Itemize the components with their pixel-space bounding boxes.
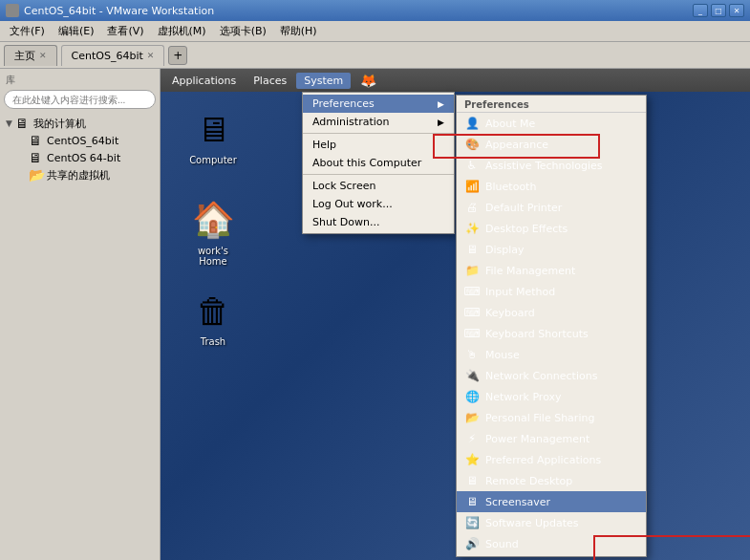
new-tab-button[interactable]: + [168,46,187,65]
menu-separator-2 [303,174,454,175]
keyboard-icon: ⌨ [464,305,480,320]
pref-file-management[interactable]: 📁 File Management [457,260,646,281]
pref-sound[interactable]: 🔊 Sound [457,533,646,554]
tab-bar: 主页 ✕ CentOS_64bit ✕ + [0,42,750,69]
tab-home[interactable]: 主页 ✕ [4,45,57,66]
pref-remote-desktop[interactable]: 🖥 Remote Desktop [457,470,646,491]
system-menu-dropdown: Preferences ▶ Preferences 👤 About Me 🎨 [302,92,455,234]
sound-icon: 🔊 [464,536,480,551]
pref-preferred-apps[interactable]: ⭐ Preferred Applications [457,449,646,470]
window-controls: _ □ ✕ [693,4,744,17]
desktop-icon-computer[interactable]: 🖥 Computer [180,102,246,170]
file-mgmt-icon: 📁 [464,263,480,278]
menu-file[interactable]: 文件(F) [4,22,51,40]
tree-item-shared[interactable]: 📂 共享的虚拟机 [17,166,156,183]
close-button[interactable]: ✕ [729,4,744,17]
pref-network-proxy[interactable]: 🌐 Network Proxy [457,386,646,407]
tab-home-label: 主页 [14,49,35,63]
pref-input-method[interactable]: ⌨ Input Method [457,281,646,302]
menu-item-administration[interactable]: Administration ▶ [303,113,454,131]
tab-centos-label: CentOS_64bit [72,50,143,62]
home-desktop-icon: 🏠 [190,197,236,243]
vm-small-icon-2: 🖥 [29,150,44,165]
sidebar-search[interactable] [4,90,156,109]
sidebar-tree: ▼ 🖥 我的计算机 🖥 CentOS_64bit 🖥 CentOS 64-bit [4,115,156,183]
menu-item-preferences[interactable]: Preferences ▶ Preferences 👤 About Me 🎨 [303,95,454,113]
pref-assistive-tech[interactable]: ♿ Assistive Technologies [457,155,646,176]
pref-screensaver[interactable]: 🖥 Screensaver [457,491,646,512]
menu-help[interactable]: 帮助(H) [274,22,323,40]
shared-icon: 📂 [29,167,44,183]
trash-icon-label: Trash [198,335,228,348]
tree-item-centos64bit[interactable]: 🖥 CentOS 64-bit [17,149,156,166]
tab-home-close[interactable]: ✕ [39,51,47,60]
sidebar: 库 ▼ 🖥 我的计算机 🖥 CentOS_64bit 🖥 CentOS 64-b… [0,69,161,560]
screensaver-icon: 🖥 [464,494,480,509]
computer-icon-label: Computer [186,154,240,166]
administration-arrow: ▶ [438,118,444,127]
software-updates-icon: 🔄 [464,515,480,530]
input-method-icon: ⌨ [464,284,480,299]
pref-appearance[interactable]: 🎨 Appearance [457,134,646,155]
assistive-icon: ♿ [464,158,480,173]
maximize-button[interactable]: □ [711,4,726,17]
tree-root-label: 我的计算机 [33,117,86,131]
menu-tabs[interactable]: 选项卡(B) [214,22,272,40]
vm-icon [6,4,19,17]
firefox-icon[interactable]: 🦊 [360,73,376,88]
effects-icon: ✨ [464,221,480,236]
pref-network-connections[interactable]: 🔌 Network Connections [457,365,646,386]
computer-desktop-icon: 🖥 [190,106,236,152]
gnome-panel: Applications Places System 🦊 [161,69,750,92]
tab-centos[interactable]: CentOS_64bit ✕ [61,45,165,66]
network-proxy-icon: 🌐 [464,389,480,404]
tree-label-centos64: CentOS_64bit [47,135,118,147]
menu-item-about[interactable]: About this Computer [303,154,454,172]
sidebar-header: 库 [4,73,156,88]
pref-keyboard-shortcuts[interactable]: ⌨ Keyboard Shortcuts [457,323,646,344]
bluetooth-icon: 📶 [464,179,480,194]
tree-arrow-root: ▼ [6,118,15,128]
pref-default-printer[interactable]: 🖨 Default Printer [457,197,646,218]
pref-keyboard[interactable]: ⌨ Keyboard [457,302,646,323]
preferences-submenu: Preferences 👤 About Me 🎨 Appearance ♿ [456,95,647,557]
menu-item-shutdown[interactable]: Shut Down... [303,213,454,231]
pref-desktop-effects[interactable]: ✨ Desktop Effects [457,218,646,239]
panel-system[interactable]: System [296,73,351,89]
tree-root[interactable]: ▼ 🖥 我的计算机 [4,115,156,132]
trash-desktop-icon: 🗑 [190,288,236,334]
panel-places[interactable]: Places [246,73,294,89]
pref-about-me[interactable]: 👤 About Me [457,113,646,134]
panel-applications[interactable]: Applications [164,73,244,89]
menu-bar: 文件(F) 编辑(E) 查看(V) 虚拟机(M) 选项卡(B) 帮助(H) [0,21,750,42]
system-menu: Preferences ▶ Preferences 👤 About Me 🎨 [302,92,455,234]
pref-power-management[interactable]: ⚡ Power Management [457,428,646,449]
pref-software-updates[interactable]: 🔄 Software Updates [457,512,646,533]
pref-personal-file-sharing[interactable]: 📂 Personal File Sharing [457,407,646,428]
pref-bluetooth[interactable]: 📶 Bluetooth [457,176,646,197]
tree-item-centos64[interactable]: 🖥 CentOS_64bit [17,132,156,149]
preferences-arrow: ▶ [438,99,444,109]
title-bar-text: CentOS_64bit - VMware Workstation [24,5,693,17]
menu-vm[interactable]: 虚拟机(M) [152,22,212,40]
menu-item-lockscreen[interactable]: Lock Screen [303,177,454,195]
desktop-icon-trash[interactable]: 🗑 Trash [180,284,246,352]
desktop-icon-home[interactable]: 🏠 work's Home [180,193,246,271]
pref-mouse[interactable]: 🖱 Mouse [457,344,646,365]
menu-item-help[interactable]: Help [303,136,454,154]
minimize-button[interactable]: _ [693,4,708,17]
vm-small-icon-1: 🖥 [29,133,44,148]
mouse-icon: 🖱 [464,347,480,362]
pref-display[interactable]: 🖥 Display [457,239,646,260]
tree-label-shared: 共享的虚拟机 [47,168,110,183]
menu-edit[interactable]: 编辑(E) [53,22,100,40]
home-icon-label: work's Home [183,245,243,268]
preferred-apps-icon: ⭐ [464,452,480,467]
menu-view[interactable]: 查看(V) [101,22,149,40]
computer-icon: 🖥 [15,116,31,131]
remote-desktop-icon: 🖥 [464,473,480,488]
menu-item-logout[interactable]: Log Out work... [303,195,454,213]
tree-label-centos64bit: CentOS 64-bit [47,152,120,164]
desktop: Applications Places System 🦊 🖥 Computer … [161,69,750,560]
tab-centos-close[interactable]: ✕ [147,51,155,60]
